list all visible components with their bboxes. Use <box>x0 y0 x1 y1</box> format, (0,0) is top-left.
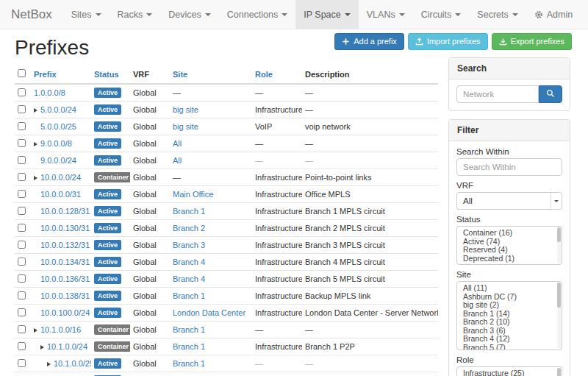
site-link[interactable]: All <box>173 156 182 165</box>
row-checkbox[interactable] <box>18 224 26 232</box>
site-link[interactable]: London Data Center <box>173 308 245 317</box>
row-checkbox[interactable] <box>18 342 26 350</box>
column-header-prefix[interactable]: Prefix <box>31 65 91 84</box>
search-within-input[interactable] <box>456 158 562 176</box>
nav-item-secrets[interactable]: Secrets <box>469 0 526 29</box>
row-checkbox[interactable] <box>18 308 26 316</box>
site-link[interactable]: Branch 2 <box>173 224 205 233</box>
list-option[interactable]: Branch 4 (12) <box>457 335 562 344</box>
row-checkbox[interactable] <box>18 274 26 283</box>
list-option[interactable]: Deprecated (1) <box>457 255 562 263</box>
nav-item-connections[interactable]: Connections <box>219 0 296 29</box>
site-listbox[interactable]: All (11)Ashburn DC (7)big site (2)Branch… <box>456 281 562 350</box>
list-option[interactable]: Reserved (4) <box>457 246 562 255</box>
list-option[interactable]: Infrastructure (25) <box>457 369 562 376</box>
nav-item-admin[interactable]: Admin <box>526 0 581 29</box>
status-badge: Active <box>94 121 121 132</box>
site-link[interactable]: Branch 1 <box>173 291 205 300</box>
list-option[interactable]: Branch 2 (10) <box>457 318 562 327</box>
select-all-checkbox[interactable] <box>18 69 26 77</box>
nav-item-sites[interactable]: Sites <box>63 0 110 29</box>
status-listbox[interactable]: Container (16)Active (74)Reserved (4)Dep… <box>456 226 562 265</box>
scrollbar-thumb[interactable] <box>557 368 561 376</box>
site-link[interactable]: big site <box>173 122 198 131</box>
row-checkbox[interactable] <box>18 359 26 367</box>
nav-item-racks[interactable]: Racks <box>110 0 161 29</box>
site-link[interactable]: Branch 1 <box>173 325 205 334</box>
column-header-status[interactable]: Status <box>91 65 130 84</box>
status-badge: Active <box>94 155 121 166</box>
row-checkbox[interactable] <box>18 105 26 113</box>
prefix-link[interactable]: 10.0.100.0/24 <box>40 308 90 317</box>
nav-item-ip-space[interactable]: IP Space <box>295 0 359 29</box>
list-option[interactable]: Branch 1 (14) <box>457 310 562 319</box>
search-input[interactable] <box>456 85 539 103</box>
row-checkbox[interactable] <box>18 291 26 299</box>
row-checkbox[interactable] <box>18 325 26 333</box>
cell-text: Infrastructure <box>255 224 302 233</box>
site-link[interactable]: Branch 4 <box>173 258 205 266</box>
list-option[interactable]: Branch 3 (6) <box>457 327 562 336</box>
prefix-link[interactable]: 10.0.0.0/24 <box>40 173 81 182</box>
row-checkbox[interactable] <box>18 190 26 198</box>
role-listbox[interactable]: Infrastructure (25)Management (8)Private… <box>456 366 562 376</box>
brand[interactable]: NetBox <box>0 0 63 29</box>
nav-item-profile[interactable]: Profile <box>581 0 588 29</box>
row-checkbox[interactable] <box>18 173 26 181</box>
site-link[interactable]: Main Office <box>173 190 213 199</box>
prefix-link[interactable]: 10.0.0.0/31 <box>40 190 81 199</box>
nav-item-devices[interactable]: Devices <box>160 0 218 29</box>
nav-item-vlans[interactable]: VLANs <box>359 0 413 29</box>
prefix-link[interactable]: 10.0.0.128/31 <box>40 207 90 216</box>
prefix-link[interactable]: 10.0.0.136/31 <box>40 274 90 283</box>
prefix-link[interactable]: 10.0.0.132/31 <box>40 241 90 249</box>
add-a-prefix-button[interactable]: Add a prefix <box>334 33 404 50</box>
prefix-link[interactable]: 10.0.0.134/31 <box>40 258 90 266</box>
list-option[interactable]: big site (2) <box>457 301 562 310</box>
export-prefixes-button[interactable]: Export prefixes <box>492 33 572 50</box>
list-option[interactable]: Ashburn DC (7) <box>457 293 562 302</box>
nav-item-label: Racks <box>118 10 143 20</box>
import-prefixes-button[interactable]: Import prefixes <box>408 33 488 50</box>
prefix-link[interactable]: 5.0.0.0/24 <box>40 105 76 114</box>
column-header-role[interactable]: Role <box>252 65 302 84</box>
site-link[interactable]: Branch 1 <box>173 207 205 216</box>
prefix-link[interactable]: 9.0.0.0/24 <box>40 156 76 165</box>
row-checkbox[interactable] <box>18 156 26 164</box>
column-header-site[interactable]: Site <box>170 65 252 84</box>
scrollbar-thumb[interactable] <box>557 283 561 308</box>
prefix-link[interactable]: 10.0.0.130/31 <box>40 224 90 233</box>
list-option[interactable]: Active (74) <box>457 238 562 246</box>
vrf-select[interactable]: All <box>456 192 562 210</box>
site-link[interactable]: Branch 3 <box>173 241 205 249</box>
prefix-link[interactable]: 10.0.0.138/31 <box>40 291 90 300</box>
list-option[interactable]: All (11) <box>457 284 562 293</box>
site-link[interactable]: All <box>173 139 182 148</box>
prefix-link[interactable]: 10.1.0.0/25 <box>54 359 91 368</box>
table-row: 10.1.0.0/16ContainerGlobalBranch 1—— <box>15 322 438 338</box>
vrf-text: Global <box>133 258 157 266</box>
site-link[interactable]: Branch 4 <box>173 274 205 283</box>
prefix-link[interactable]: 5.0.0.0/25 <box>40 122 76 131</box>
site-link[interactable]: Branch 1 <box>173 342 205 351</box>
site-link[interactable]: big site <box>173 105 198 114</box>
nav-item-circuits[interactable]: Circuits <box>413 0 470 29</box>
list-option[interactable]: Branch 5 (7) <box>457 344 562 351</box>
row-checkbox[interactable] <box>18 139 26 147</box>
status-badge: Active <box>94 240 121 250</box>
row-checkbox[interactable] <box>18 241 26 249</box>
prefix-link[interactable]: 1.0.0.0/8 <box>34 88 65 97</box>
tree-arrow-icon <box>34 176 37 180</box>
prefix-link[interactable]: 9.0.0.0/8 <box>40 139 72 148</box>
prefix-link[interactable]: 10.1.0.0/24 <box>47 342 87 351</box>
row-checkbox[interactable] <box>18 207 26 215</box>
row-checkbox[interactable] <box>18 122 26 130</box>
row-checkbox[interactable] <box>18 88 26 96</box>
list-option[interactable]: Container (16) <box>457 229 562 238</box>
cell-text: Infrastructure <box>255 190 302 199</box>
scrollbar-thumb[interactable] <box>557 227 561 242</box>
row-checkbox[interactable] <box>18 258 26 266</box>
site-link[interactable]: Branch 1 <box>173 359 205 368</box>
search-button[interactable] <box>539 85 562 103</box>
prefix-link[interactable]: 10.1.0.0/16 <box>40 325 81 334</box>
